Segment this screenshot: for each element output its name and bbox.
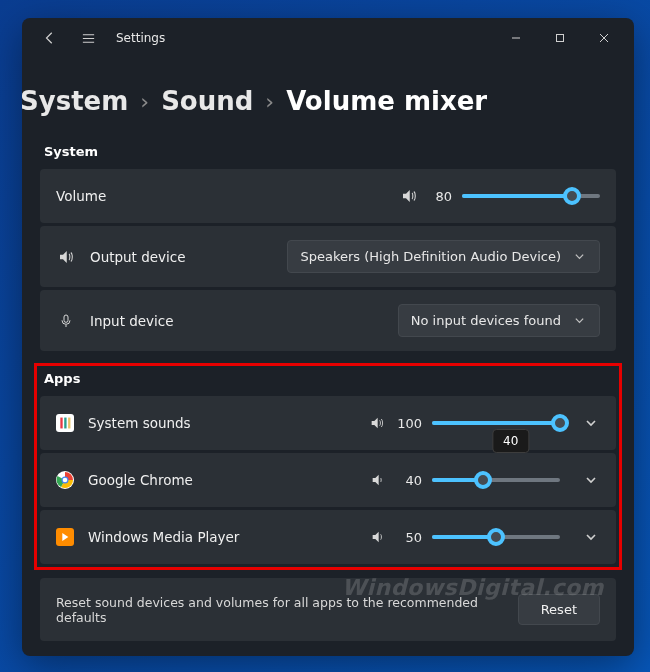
input-label: Input device — [90, 313, 384, 329]
breadcrumb: System › Sound › Volume mixer — [22, 68, 634, 138]
speaker-icon[interactable] — [369, 415, 387, 431]
wmp-icon — [56, 528, 74, 546]
speaker-icon[interactable] — [400, 187, 418, 205]
svg-rect-2 — [60, 418, 62, 429]
svg-rect-1 — [64, 315, 68, 322]
minimize-button[interactable] — [494, 22, 538, 54]
svg-point-7 — [63, 478, 68, 483]
app-volume-slider[interactable] — [432, 470, 560, 490]
section-heading-system: System — [22, 138, 634, 169]
menu-button[interactable] — [78, 28, 98, 48]
breadcrumb-system[interactable]: System — [22, 86, 128, 116]
app-name: Google Chrome — [88, 472, 356, 488]
back-button[interactable] — [40, 28, 60, 48]
reset-description: Reset sound devices and volumes for all … — [56, 595, 518, 625]
chevron-right-icon: › — [140, 89, 149, 114]
output-selected: Speakers (High Definition Audio Device) — [300, 249, 561, 264]
reset-row: Reset sound devices and volumes for all … — [40, 578, 616, 641]
input-device-select[interactable]: No input devices found — [398, 304, 600, 337]
reset-button[interactable]: Reset — [518, 594, 600, 625]
window-title: Settings — [116, 31, 165, 45]
speaker-icon[interactable] — [370, 529, 388, 545]
app-volume-slider[interactable] — [432, 527, 560, 547]
maximize-button[interactable] — [538, 22, 582, 54]
chevron-down-icon — [571, 251, 587, 262]
speaker-icon — [56, 248, 76, 266]
app-volume-value: 40 — [398, 473, 422, 488]
input-device-row: Input device No input devices found — [40, 290, 616, 351]
output-device-select[interactable]: Speakers (High Definition Audio Device) — [287, 240, 600, 273]
output-label: Output device — [90, 249, 273, 265]
expand-button[interactable] — [582, 474, 600, 486]
volume-row: Volume 80 — [40, 169, 616, 223]
breadcrumb-sound[interactable]: Sound — [161, 86, 253, 116]
expand-button[interactable] — [582, 417, 600, 429]
volume-value: 80 — [428, 189, 452, 204]
chrome-icon — [56, 471, 74, 489]
microphone-icon — [56, 313, 76, 329]
svg-rect-0 — [557, 35, 564, 42]
app-volume-value: 50 — [398, 530, 422, 545]
settings-window: Settings System › Sound › Volume mixer S… — [22, 18, 634, 656]
speaker-icon[interactable] — [370, 472, 388, 488]
slider-tooltip: 40 — [492, 429, 529, 453]
close-button[interactable] — [582, 22, 626, 54]
expand-button[interactable] — [582, 531, 600, 543]
system-sounds-icon — [56, 414, 74, 432]
page-title: Volume mixer — [286, 86, 487, 116]
chevron-right-icon: › — [265, 89, 274, 114]
volume-label: Volume — [56, 188, 386, 204]
app-row-chrome: Google Chrome 40 40 — [40, 453, 616, 507]
chevron-down-icon — [571, 315, 587, 326]
app-row-system-sounds: System sounds 100 — [40, 396, 616, 450]
app-row-wmp: Windows Media Player 50 — [40, 510, 616, 564]
volume-slider[interactable] — [462, 186, 600, 206]
app-name: Windows Media Player — [88, 529, 356, 545]
svg-marker-8 — [62, 533, 68, 541]
input-selected: No input devices found — [411, 313, 561, 328]
app-volume-value: 100 — [397, 416, 422, 431]
svg-rect-4 — [68, 418, 70, 429]
app-name: System sounds — [88, 415, 355, 431]
section-heading-apps: Apps — [22, 365, 634, 396]
titlebar: Settings — [22, 18, 634, 58]
svg-rect-3 — [64, 418, 66, 429]
output-device-row: Output device Speakers (High Definition … — [40, 226, 616, 287]
